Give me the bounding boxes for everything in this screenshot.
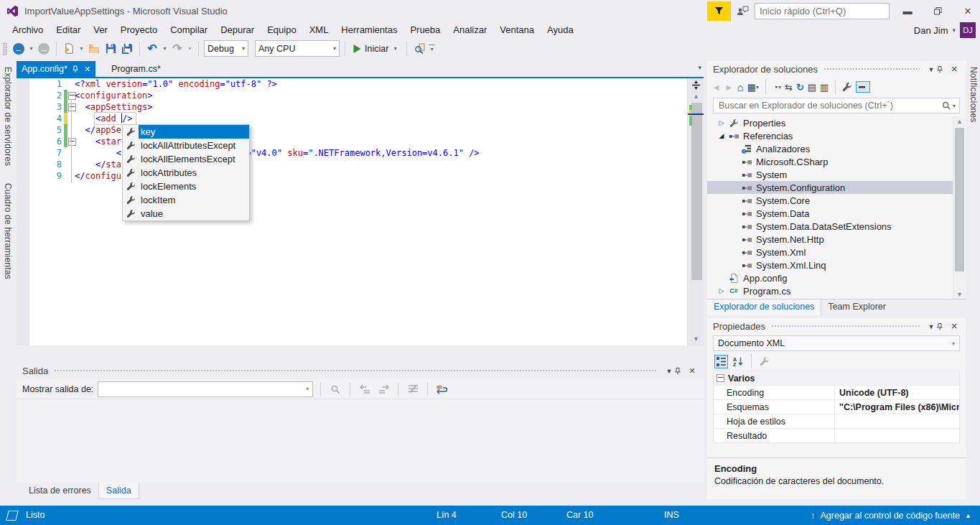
navigate-back-dropdown[interactable]: ▾ xyxy=(28,45,34,52)
home-button[interactable]: ⌂ xyxy=(737,81,744,93)
tree-item-system-configuration[interactable]: System.Configuration xyxy=(707,181,953,194)
window-position-dropdown[interactable]: ▼ xyxy=(925,66,937,73)
tree-item-app-config[interactable]: App.config xyxy=(707,271,953,284)
pin-icon[interactable] xyxy=(73,65,79,73)
clear-all-icon[interactable] xyxy=(406,383,420,396)
expander-icon[interactable]: ◢ xyxy=(716,132,727,139)
menu-item-depurar[interactable]: Depurar xyxy=(214,22,261,37)
code-line[interactable]: <?xml version="1.0" encoding="utf-8" ?> xyxy=(75,78,277,90)
tree-item-system-xml-linq[interactable]: System.Xml.Linq xyxy=(707,259,953,271)
tree-item-system-core[interactable]: System.Core xyxy=(707,194,953,207)
pin-icon[interactable] xyxy=(675,367,686,376)
find-message-icon[interactable] xyxy=(328,383,342,396)
menu-item-analizar[interactable]: Analizar xyxy=(447,22,493,37)
property-category[interactable]: Varios xyxy=(714,371,959,385)
navigate-forward-button[interactable]: → xyxy=(37,41,51,57)
sidebar-tab-toolbox[interactable]: Cuadro de herramientas xyxy=(0,177,16,285)
xml-editor[interactable]: 1<?xml version="1.0" encoding="utf-8" ?>… xyxy=(17,78,704,345)
menu-item-compilar[interactable]: Compilar xyxy=(164,22,214,37)
feedback-icon[interactable] xyxy=(737,6,749,17)
completion-item-lockAttributes[interactable]: lockAttributes xyxy=(123,166,249,180)
scroll-down-arrow[interactable]: ▼ xyxy=(955,291,964,298)
tree-item-microsoft-csharp[interactable]: Microsoft.CSharp xyxy=(707,155,953,168)
property-row-hoja-de-estilos[interactable]: Hoja de estilos xyxy=(714,414,959,428)
categorized-view-button[interactable] xyxy=(714,355,728,368)
scrollbar-thumb[interactable] xyxy=(691,103,702,280)
notifications-filter-button[interactable] xyxy=(707,1,731,21)
tab-app-config[interactable]: App.config* ✕ xyxy=(17,61,95,77)
properties-header[interactable]: Propiedades ▼ ✕ xyxy=(707,318,966,335)
avatar[interactable]: DJ xyxy=(960,22,976,38)
quick-launch-box[interactable] xyxy=(755,3,890,19)
collapse-category-icon[interactable] xyxy=(717,374,724,382)
word-wrap-toggle-icon[interactable]: ab xyxy=(435,383,449,396)
code-line[interactable]: <add /> xyxy=(75,113,133,124)
expander-icon[interactable]: ▷ xyxy=(716,119,727,126)
undo-button[interactable]: ↶ xyxy=(145,41,159,57)
solution-platform-select[interactable]: Any CPU▾ xyxy=(255,40,340,57)
scroll-up-arrow[interactable]: ▲ xyxy=(691,93,701,100)
switch-views-button[interactable]: ▦▾ xyxy=(747,82,759,93)
save-all-button[interactable] xyxy=(120,41,134,57)
property-pages-button[interactable] xyxy=(760,356,770,366)
tree-item-analizadores[interactable]: Analizadores xyxy=(707,142,953,155)
panel-drag-texture[interactable] xyxy=(54,369,658,373)
solution-configuration-select[interactable]: Debug▾ xyxy=(204,40,248,57)
redo-button[interactable]: ↷ xyxy=(170,41,185,57)
menu-item-editar[interactable]: Editar xyxy=(50,22,87,37)
completion-item-lockElements[interactable]: lockElements xyxy=(123,180,249,193)
undo-dropdown[interactable]: ▾ xyxy=(162,45,168,52)
user-name[interactable]: Dan Jim xyxy=(914,25,948,36)
property-row-encoding[interactable]: EncodingUnicode (UTF-8) xyxy=(714,385,959,399)
close-panel-icon[interactable]: ✕ xyxy=(948,322,960,331)
next-message-icon[interactable] xyxy=(376,383,391,396)
forward-button[interactable]: ► xyxy=(724,82,734,93)
tab-team-explorer[interactable]: Team Explorer xyxy=(821,299,892,315)
window-position-dropdown[interactable]: ▼ xyxy=(663,368,675,375)
property-value[interactable]: "C:\Program Files (x86)\Microso xyxy=(835,400,959,414)
menu-item-herramientas[interactable]: Herramientas xyxy=(335,22,403,37)
navigate-back-button[interactable]: ← xyxy=(11,41,26,57)
expander-icon[interactable]: ▷ xyxy=(716,287,727,294)
panel-drag-texture[interactable] xyxy=(823,68,920,71)
close-tab-icon[interactable]: ✕ xyxy=(84,65,90,74)
start-debug-button[interactable]: Iniciar ▾ xyxy=(350,44,401,54)
preview-selected-items-toggle[interactable] xyxy=(856,81,870,93)
output-header[interactable]: Salida ▼ ✕ xyxy=(17,363,704,379)
completion-item-lockAllElementsExcept[interactable]: lockAllElementsExcept xyxy=(123,152,249,166)
solution-explorer-header[interactable]: Explorador de soluciones ▼ ✕ xyxy=(707,61,966,78)
window-position-dropdown[interactable]: ▼ xyxy=(925,323,937,330)
tree-item-system-data-datasetextensions[interactable]: System.Data.DataSetExtensions xyxy=(707,220,953,233)
sidebar-tab-server-explorer[interactable]: Explorador de servidores xyxy=(0,61,16,172)
code-line[interactable]: <appSettings> xyxy=(75,101,152,113)
pending-changes-filter-button[interactable]: ◔▾ xyxy=(773,82,781,93)
tree-item-system[interactable]: System xyxy=(707,168,953,181)
tree-item-system-data[interactable]: System.Data xyxy=(707,207,953,220)
toolbar-options-button[interactable]: ▾ xyxy=(429,45,435,52)
pin-icon[interactable] xyxy=(937,65,948,74)
editor-vertical-scrollbar[interactable]: ▲ ▼ xyxy=(687,78,704,345)
property-row-resultado[interactable]: Resultado xyxy=(714,428,959,442)
property-row-esquemas[interactable]: Esquemas"C:\Program Files (x86)\Microso xyxy=(714,399,959,414)
previous-message-icon[interactable] xyxy=(358,383,372,396)
object-selector[interactable]: Documento XML▾ xyxy=(713,335,960,351)
property-value[interactable] xyxy=(835,429,959,442)
new-file-button[interactable] xyxy=(62,41,76,57)
completion-item-lockItem[interactable]: lockItem xyxy=(123,193,249,207)
new-file-dropdown[interactable]: ▾ xyxy=(78,45,85,52)
tree-scrollbar[interactable]: ▲ ▼ xyxy=(953,116,966,299)
alphabetical-sort-button[interactable]: AZ xyxy=(733,356,743,366)
menu-item-archivo[interactable]: Archivo xyxy=(6,22,50,37)
properties-button[interactable] xyxy=(842,82,852,92)
tab-program-cs[interactable]: Program.cs* xyxy=(104,61,168,77)
completion-item-key[interactable]: key xyxy=(123,125,249,139)
user-area[interactable]: Dan Jim ▾ DJ xyxy=(914,22,976,38)
scroll-up-arrow[interactable]: ▲ xyxy=(955,118,964,125)
menu-item-proyecto[interactable]: Proyecto xyxy=(114,22,164,37)
tree-item-referencias[interactable]: ◢Referencias xyxy=(707,129,953,142)
menu-item-ver[interactable]: Ver xyxy=(87,22,114,37)
tree-item-program-cs[interactable]: ▷C#Program.cs xyxy=(707,284,953,297)
sync-with-active-document-button[interactable]: ⇆ xyxy=(785,82,793,93)
property-value[interactable]: Unicode (UTF-8) xyxy=(835,386,959,399)
quick-launch-input[interactable] xyxy=(758,5,887,17)
